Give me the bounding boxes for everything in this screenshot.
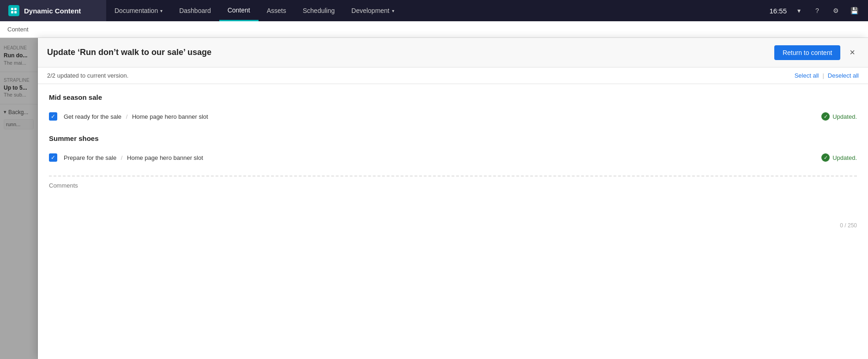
path-separator: /	[121, 154, 123, 161]
svg-rect-3	[14, 11, 17, 13]
help-icon[interactable]: ?	[811, 4, 824, 17]
chevron-down-icon: ▾	[392, 8, 394, 13]
comments-counter: 0 / 250	[49, 222, 857, 229]
section-title-mid-season: Mid season sale	[49, 93, 857, 101]
brand-icon	[8, 5, 19, 16]
nav-items: Documentation ▾ Dashboard Content Assets…	[106, 0, 762, 21]
modal-title: Update ‘Run don’t walk to our sale’ usag…	[47, 48, 211, 57]
brand-area: Dynamic Content	[0, 0, 106, 21]
update-status-text: 2/2 updated to current version.	[47, 72, 128, 79]
item-path-0: Get ready for the sale / Home page hero …	[64, 113, 821, 120]
item-status-1: ✓ Updated.	[821, 153, 857, 162]
comments-area: 0 / 250	[49, 176, 857, 229]
svg-rect-1	[14, 8, 17, 10]
section-mid-season-sale: Mid season sale ✓ Get ready for the sale…	[49, 93, 857, 125]
nav-assets[interactable]: Assets	[259, 0, 295, 21]
checkmark-icon: ✓	[51, 114, 55, 119]
status-label-1: Updated.	[832, 154, 857, 161]
status-check-icon: ✓	[821, 112, 830, 121]
item-checkbox-1[interactable]: ✓	[49, 153, 57, 162]
deselect-all-link[interactable]: Deselect all	[828, 72, 859, 79]
status-label-0: Updated.	[832, 113, 857, 120]
select-separator: |	[822, 72, 824, 79]
table-row: ✓ Prepare for the sale / Home page hero …	[49, 149, 857, 166]
modal-overlay: Update ‘Run don’t walk to our sale’ usag…	[0, 38, 868, 359]
item-label-1: Prepare for the sale	[64, 154, 116, 161]
brand-title: Dynamic Content	[24, 7, 81, 15]
breadcrumb-item-content[interactable]: Content	[7, 26, 29, 33]
item-slot-1: Home page hero banner slot	[127, 154, 203, 161]
nav-right-controls: 16:55 ▾ ? ⚙ 💾	[762, 4, 868, 17]
top-navigation: Dynamic Content Documentation ▾ Dashboar…	[0, 0, 868, 21]
nav-development[interactable]: Development ▾	[343, 0, 403, 21]
section-title-summer-shoes: Summer shoes	[49, 134, 857, 142]
item-path-1: Prepare for the sale / Home page hero ba…	[64, 154, 821, 161]
path-separator: /	[126, 113, 128, 120]
modal-panel: Update ‘Run don’t walk to our sale’ usag…	[38, 38, 868, 359]
modal-header: Update ‘Run don’t walk to our sale’ usag…	[38, 38, 868, 67]
status-check-icon: ✓	[821, 153, 830, 162]
return-to-content-button[interactable]: Return to content	[774, 45, 840, 60]
item-slot-0: Home page hero banner slot	[132, 113, 208, 120]
svg-rect-2	[11, 11, 13, 13]
nav-content[interactable]: Content	[219, 0, 259, 21]
nav-scheduling[interactable]: Scheduling	[295, 0, 343, 21]
select-deselect-controls: Select all | Deselect all	[795, 72, 859, 79]
item-status-0: ✓ Updated.	[821, 112, 857, 121]
save-icon[interactable]: 💾	[848, 4, 861, 17]
comments-textarea[interactable]	[49, 182, 857, 219]
breadcrumb: Content	[0, 21, 868, 38]
chevron-down-icon: ▾	[160, 8, 163, 13]
body-area: Headline Run do... The mai... Strapline …	[0, 38, 868, 359]
nav-documentation[interactable]: Documentation ▾	[106, 0, 171, 21]
settings-icon[interactable]: ⚙	[829, 4, 842, 17]
select-all-link[interactable]: Select all	[795, 72, 819, 79]
svg-rect-0	[11, 8, 13, 10]
checkmark-icon: ✓	[51, 155, 55, 160]
expand-icon[interactable]: ▾	[792, 4, 805, 17]
modal-subheader: 2/2 updated to current version. Select a…	[38, 67, 868, 84]
item-label-0: Get ready for the sale	[64, 113, 121, 120]
modal-body: Mid season sale ✓ Get ready for the sale…	[38, 84, 868, 359]
modal-close-button[interactable]: ×	[846, 45, 859, 60]
item-checkbox-0[interactable]: ✓	[49, 112, 57, 121]
section-summer-shoes: Summer shoes ✓ Prepare for the sale / Ho…	[49, 134, 857, 166]
table-row: ✓ Get ready for the sale / Home page her…	[49, 108, 857, 125]
nav-dashboard[interactable]: Dashboard	[171, 0, 219, 21]
modal-header-actions: Return to content ×	[774, 45, 859, 60]
clock-display: 16:55	[769, 7, 787, 15]
